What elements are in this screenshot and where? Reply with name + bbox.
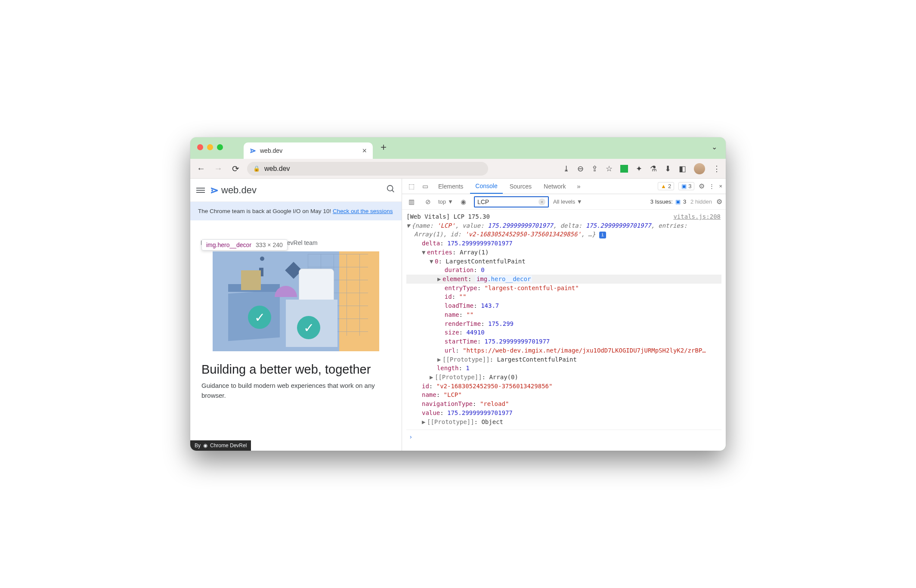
- sidepanel-icon[interactable]: ◧: [679, 164, 686, 173]
- tab-elements[interactable]: Elements: [433, 179, 468, 194]
- prop-delta[interactable]: delta: 175.29999999701977: [406, 239, 721, 248]
- prop-id[interactable]: id: "": [406, 292, 721, 301]
- element-inspect-tooltip: img.img.hero__decorhero__decor 333 × 240: [201, 239, 288, 251]
- prop-length[interactable]: length: 1: [406, 364, 721, 373]
- hero-image[interactable]: ✓ ✓: [213, 251, 379, 351]
- filter-value: LCP: [477, 198, 489, 205]
- tabs-menu-button[interactable]: ⌄: [712, 143, 720, 154]
- tab-console[interactable]: Console: [470, 179, 502, 194]
- console-prompt[interactable]: ›: [406, 430, 721, 442]
- prop-obj-id[interactable]: id: "v2-1683052452950-3756013429856": [406, 382, 721, 391]
- prop-size[interactable]: size: 44910: [406, 328, 721, 337]
- browser-window: ⋗ web.dev × + ⌄ ← → ⟳ 🔒 web.dev ⤓ ⊖ ⇪ ☆ …: [190, 137, 726, 451]
- back-button[interactable]: ←: [195, 164, 207, 173]
- more-tabs-button[interactable]: »: [572, 183, 585, 190]
- log-summary-2: Array(1), id: 'v2-1683052452950-37560134…: [406, 230, 721, 239]
- devtools-tabbar: ⬚ ▭ Elements Console Sources Network » ▲…: [402, 179, 726, 194]
- address-bar[interactable]: 🔒 web.dev: [247, 162, 488, 176]
- prop-duration[interactable]: duration: 0: [406, 266, 721, 275]
- clear-filter-button[interactable]: ×: [538, 198, 545, 205]
- inspect-element-icon[interactable]: ⬚: [405, 183, 418, 190]
- prop-proto-obj[interactable]: ▶[[Prototype]]: Object: [406, 418, 721, 427]
- chrome-menu-button[interactable]: ⋮: [713, 164, 721, 173]
- close-tab-button[interactable]: ×: [362, 146, 367, 155]
- badge-prefix: By: [195, 443, 201, 449]
- bookmark-icon[interactable]: ☆: [606, 164, 613, 173]
- prop-proto-arr[interactable]: ▶[[Prototype]]: Array(0): [406, 373, 721, 382]
- close-window-button[interactable]: [197, 144, 203, 150]
- forward-button[interactable]: →: [213, 164, 224, 173]
- prop-entry-0[interactable]: ▼0: LargestContentfulPaint: [406, 257, 721, 266]
- profile-avatar[interactable]: [694, 163, 705, 174]
- install-icon[interactable]: ⤓: [563, 164, 569, 173]
- tab-title: web.dev: [260, 147, 282, 154]
- prop-url[interactable]: url: "https://web-dev.imgix.net/image/jx…: [406, 346, 721, 355]
- toolbar-actions: ⤓ ⊖ ⇪ ☆ ✦ ⚗ ⬇ ◧ ⋮: [563, 163, 721, 174]
- new-tab-button[interactable]: +: [381, 141, 387, 155]
- labs-icon[interactable]: ⚗: [650, 164, 657, 173]
- tab-network[interactable]: Network: [538, 179, 571, 194]
- announcement-banner: The Chrome team is back at Google I/O on…: [190, 202, 402, 220]
- prop-rendertime[interactable]: renderTime: 175.299: [406, 319, 721, 328]
- live-expression-icon[interactable]: ◉: [458, 198, 470, 206]
- prop-entries[interactable]: ▼entries: Array(1): [406, 248, 721, 257]
- reload-button[interactable]: ⟳: [230, 164, 241, 174]
- prop-name[interactable]: name: "": [406, 310, 721, 319]
- search-icon[interactable]: [386, 184, 396, 196]
- page-lead: Guidance to build modern web experiences…: [190, 381, 402, 400]
- devtools-panel: ⬚ ▭ Elements Console Sources Network » ▲…: [402, 179, 726, 451]
- prop-obj-name[interactable]: name: "LCP": [406, 390, 721, 399]
- context-selector[interactable]: top ▼: [438, 198, 453, 205]
- devtools-menu-button[interactable]: ⋮: [709, 183, 715, 189]
- banner-text: The Chrome team is back at Google I/O on…: [198, 208, 333, 214]
- issues-button[interactable]: 3 Issues: ▣3: [650, 198, 686, 205]
- downloads-icon[interactable]: ⬇: [665, 164, 671, 173]
- prop-entrytype[interactable]: entryType: "largest-contentful-paint": [406, 284, 721, 293]
- extension-lighthouse[interactable]: [620, 165, 628, 173]
- share-icon[interactable]: ⇪: [591, 164, 598, 173]
- warnings-badge[interactable]: ▲2: [658, 182, 674, 190]
- info-icon[interactable]: i: [599, 232, 606, 238]
- devrel-badge[interactable]: By ◉ Chrome DevRel: [190, 440, 251, 451]
- maximize-window-button[interactable]: [217, 144, 223, 150]
- browser-tab[interactable]: ⋗ web.dev ×: [244, 142, 373, 159]
- console-sidebar-toggle[interactable]: ▥: [405, 198, 418, 206]
- badge-text: Chrome DevRel: [210, 443, 247, 449]
- source-link[interactable]: vitals.js:208: [673, 212, 721, 221]
- content-split: ⋗ web.dev The Chrome team is back at Goo…: [190, 179, 726, 451]
- zoom-icon[interactable]: ⊖: [577, 164, 584, 173]
- inspect-dimensions: 333 × 240: [256, 241, 283, 248]
- prop-loadtime[interactable]: loadTime: 143.7: [406, 301, 721, 310]
- prop-proto-entry[interactable]: ▶[[Prototype]]: LargestContentfulPaint: [406, 355, 721, 364]
- log-summary-1[interactable]: ▼{name: 'LCP', value: 175.29999999701977…: [406, 221, 721, 230]
- page-viewport: ⋗ web.dev The Chrome team is back at Goo…: [190, 179, 402, 451]
- console-filter-input[interactable]: LCP ×: [474, 196, 549, 207]
- menu-icon[interactable]: [196, 188, 205, 193]
- prop-obj-value[interactable]: value: 175.29999999701977: [406, 409, 721, 418]
- svg-point-0: [387, 186, 393, 191]
- prop-starttime[interactable]: startTime: 175.29999999701977: [406, 337, 721, 346]
- brand-text: web.dev: [221, 185, 257, 196]
- messages-badge[interactable]: ▣3: [678, 182, 694, 190]
- banner-link[interactable]: Check out the sessions: [333, 208, 393, 214]
- minimize-window-button[interactable]: [207, 144, 213, 150]
- tab-favicon: ⋗: [250, 146, 256, 155]
- browser-toolbar: ← → ⟳ 🔒 web.dev ⤓ ⊖ ⇪ ☆ ✦ ⚗ ⬇ ◧ ⋮: [190, 159, 726, 179]
- prop-element[interactable]: ▶element: img.hero__decor: [406, 275, 721, 284]
- clear-console-button[interactable]: ⊘: [422, 198, 434, 206]
- tab-sources[interactable]: Sources: [504, 179, 537, 194]
- console-toolbar: ▥ ⊘ top ▼ ◉ LCP × All levels ▼ 3 Issues:…: [402, 194, 726, 210]
- lock-icon: 🔒: [253, 165, 260, 172]
- console-settings-icon[interactable]: ⚙: [716, 198, 722, 206]
- extensions-icon[interactable]: ✦: [636, 164, 642, 173]
- svg-line-1: [392, 190, 394, 192]
- log-levels-selector[interactable]: All levels ▼: [553, 198, 582, 205]
- console-output[interactable]: vitals.js:208 [Web Vitals] LCP 175.30 ▼{…: [402, 210, 726, 451]
- device-toolbar-icon[interactable]: ▭: [419, 183, 431, 190]
- hidden-messages-label[interactable]: 2 hidden: [690, 198, 712, 205]
- titlebar: ⋗ web.dev × + ⌄: [190, 137, 726, 159]
- site-brand[interactable]: ⋗ web.dev: [210, 184, 257, 196]
- prop-navtype[interactable]: navigationType: "reload": [406, 399, 721, 409]
- devtools-close-button[interactable]: ×: [719, 183, 722, 189]
- devtools-settings-icon[interactable]: ⚙: [699, 182, 705, 190]
